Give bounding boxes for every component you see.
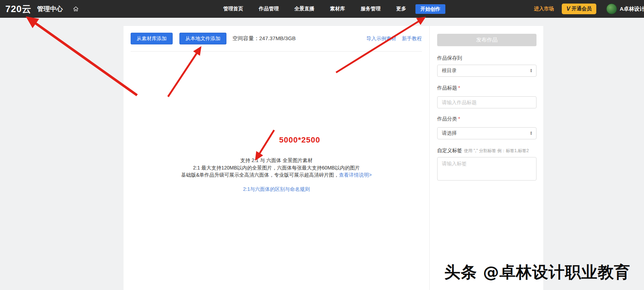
title-input[interactable] [442, 100, 532, 105]
menu-item-works[interactable]: 作品管理 [259, 6, 279, 12]
content-card: 从素材库添加 从本地文件添加 空间容量：247.37MB/3GB 导入示例素材 … [124, 26, 543, 290]
start-create-button[interactable]: 开始创作 [415, 4, 445, 14]
add-from-local-button[interactable]: 从本地文件添加 [179, 33, 226, 44]
menu-item-manage-home[interactable]: 管理首页 [223, 6, 243, 12]
select-updown-icon: ▲▼ [530, 131, 533, 135]
category-label-text: 作品分类 [437, 116, 457, 122]
menu-item-service[interactable]: 服务管理 [361, 6, 381, 12]
navbar-left-group: 720云 管理中心 [5, 0, 79, 18]
storage-capacity-text: 空间容量：247.37MB/3GB [232, 35, 296, 42]
required-asterisk: * [458, 85, 460, 91]
annotation-size-label: 5000*2500 [279, 135, 320, 145]
import-sample-link[interactable]: 导入示例素材 [366, 36, 396, 42]
title-input-wrap [437, 96, 536, 108]
page-title: 管理中心 [37, 5, 63, 13]
title-label: 作品标题* [437, 85, 536, 91]
required-asterisk: * [458, 116, 460, 122]
view-details-link[interactable]: 查看详情说明> [339, 172, 372, 178]
tags-label: 自定义标签 [437, 147, 462, 153]
menu-item-more[interactable]: 更多 [396, 6, 406, 12]
upload-panel: 从素材库添加 从本地文件添加 空间容量：247.37MB/3GB 导入示例素材 … [124, 26, 429, 290]
title-label-text: 作品标题 [437, 85, 457, 91]
vip-button-label: 开通会员 [572, 6, 592, 12]
tutorial-link[interactable]: 新手教程 [402, 36, 422, 42]
category-label: 作品分类* [437, 116, 536, 122]
category-value: 请选择 [442, 130, 457, 136]
main-menu: 管理首页 作品管理 全景直播 素材库 服务管理 更多 [223, 0, 406, 18]
tags-label-row: 自定义标签使用 "," 分割标签 例：标签1,标签2 [437, 147, 536, 154]
save-to-value: 根目录 [442, 68, 457, 74]
save-to-select[interactable]: 根目录 ▲▼ [437, 65, 536, 77]
toolbar-divider [131, 51, 422, 52]
dropzone-line3-text: 基础版&单作品升级可展示全高清六面体，专业版可展示超高清碎片图， [181, 172, 339, 178]
add-from-library-button[interactable]: 从素材库添加 [131, 33, 173, 44]
navbar-right-group: 进入市场 V开通会员 A卓林设计培 [534, 0, 644, 18]
select-updown-icon: ▲▼ [530, 69, 533, 73]
toutiao-watermark: 头条 @卓林设计职业教育 [444, 262, 630, 283]
naming-rules-link[interactable]: 2:1与六面体的区别与命名规则 [243, 186, 310, 192]
top-navbar: 720云 管理中心 管理首页 作品管理 全景直播 素材库 服务管理 更多 开始创… [0, 0, 644, 18]
username[interactable]: A卓林设计培 [620, 6, 644, 12]
category-select[interactable]: 请选择 ▲▼ [437, 127, 536, 139]
dropzone-line1: 支持 2:1 与 六面体 全景图片素材 [124, 157, 429, 164]
toolbar-links: 导入示例素材 新手教程 [366, 36, 422, 42]
dropzone-line2: 2:1 最大支持120MB以内的全景图片，六面体每张最大支持60MB以内的图片 [124, 164, 429, 172]
dropzone-line3: 基础版&单作品升级可展示全高清六面体，专业版可展示超高清碎片图，查看详情说明> [124, 171, 429, 179]
tags-textarea[interactable] [437, 157, 536, 181]
dropzone-description: 支持 2:1 与 六面体 全景图片素材 2:1 最大支持120MB以内的全景图片… [124, 157, 429, 179]
upload-toolbar: 从素材库添加 从本地文件添加 空间容量：247.37MB/3GB 导入示例素材 … [131, 33, 422, 44]
home-icon[interactable] [73, 6, 79, 12]
publish-button[interactable]: 发布作品 [437, 34, 536, 46]
open-vip-button[interactable]: V开通会员 [562, 4, 596, 14]
save-to-label: 作品保存到 [437, 55, 536, 61]
logo-720yun[interactable]: 720云 [5, 0, 31, 18]
menu-item-pano-live[interactable]: 全景直播 [294, 6, 314, 12]
menu-item-material-library[interactable]: 素材库 [330, 6, 345, 12]
tags-hint: 使用 "," 分割标签 例：标签1,标签2 [464, 148, 529, 153]
annotation-arrow-to-logo [28, 18, 137, 95]
enter-market-link[interactable]: 进入市场 [534, 6, 554, 12]
vip-v-icon: V [566, 6, 570, 12]
user-avatar[interactable] [606, 4, 617, 14]
naming-rules-row: 2:1与六面体的区别与命名规则 [124, 186, 429, 193]
publish-sidebar: 发布作品 作品保存到 根目录 ▲▼ 作品标题* 作品分类* 请选择 ▲▼ 自定义… [429, 26, 543, 290]
